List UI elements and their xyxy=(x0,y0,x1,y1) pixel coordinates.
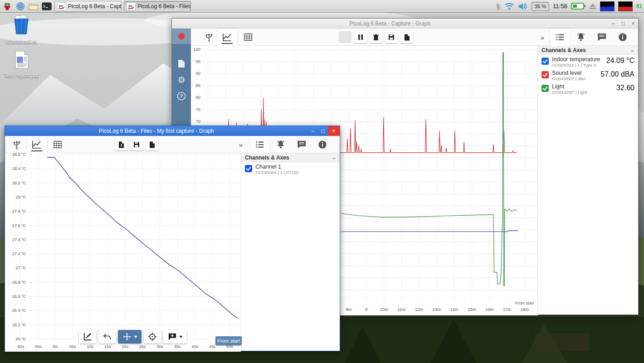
channels-axes-header[interactable]: Channels & Axes ⌄ xyxy=(538,46,638,55)
svg-text:26.6 °C: 26.6 °C xyxy=(12,294,26,299)
settings-button[interactable]: ⚙ xyxy=(172,73,191,87)
channel-checkbox[interactable] xyxy=(542,71,549,78)
capture-window-title: PicoLog 6 Beta - Capture - Graph xyxy=(172,20,608,27)
clock[interactable]: 11:58 xyxy=(553,3,567,10)
tab-graph[interactable] xyxy=(217,29,237,46)
tab-channels-panel[interactable] xyxy=(550,29,570,46)
svg-text:80: 80 xyxy=(195,95,200,100)
pan-icon xyxy=(122,332,132,341)
svg-text:30s: 30s xyxy=(156,344,163,349)
desktop-icon-test-report[interactable]: Test report.pdf xyxy=(1,51,42,79)
taskbar-app-capture[interactable]: PL PicoLog 6 Beta - Capt... xyxy=(54,1,122,12)
svg-text:27.8 °C: 27.8 °C xyxy=(12,209,26,213)
undo-button[interactable] xyxy=(98,330,116,344)
browser-icon[interactable] xyxy=(15,1,26,12)
terminal-icon[interactable] xyxy=(41,1,52,12)
svg-text:27.2 °C: 27.2 °C xyxy=(12,252,26,256)
svg-text:75: 75 xyxy=(195,107,200,112)
channel-checkbox[interactable] xyxy=(542,85,549,92)
svg-text:18m: 18m xyxy=(521,307,529,312)
svg-text:85: 85 xyxy=(195,83,200,88)
tab-devices[interactable] xyxy=(199,29,219,46)
export-button[interactable] xyxy=(400,31,413,43)
raspberry-menu-icon[interactable] xyxy=(2,1,13,12)
tab-channels-panel[interactable] xyxy=(250,136,270,153)
close-button[interactable]: × xyxy=(328,126,340,136)
help-button[interactable]: ? xyxy=(172,89,191,103)
system-tray: 36 % 11:58 61 xyxy=(495,1,642,11)
svg-text:20s: 20s xyxy=(122,344,128,349)
tab-graph[interactable] xyxy=(27,136,47,153)
channels-axes-header[interactable]: Channels & Axes ⌄ xyxy=(241,153,340,162)
tab-notes-panel[interactable] xyxy=(292,136,312,153)
svg-text:27.6 °C: 27.6 °C xyxy=(12,223,26,228)
line-chart-icon xyxy=(31,139,42,150)
devices-page-button[interactable] xyxy=(172,57,191,70)
files-graph-area[interactable]: -50s-55s0m05s10s15s20s25s30s35s40s45s50s… xyxy=(5,153,241,352)
more-tools-chevron[interactable]: » xyxy=(234,136,248,153)
svg-text:8m: 8m xyxy=(346,307,351,312)
export-button[interactable] xyxy=(146,139,158,150)
more-tools-chevron[interactable]: » xyxy=(536,29,549,46)
delete-capture-button[interactable] xyxy=(370,31,382,43)
table-icon xyxy=(53,140,63,150)
pan-mode-button[interactable] xyxy=(118,330,141,344)
file-manager-icon[interactable] xyxy=(28,1,39,12)
wifi-icon[interactable] xyxy=(504,2,514,10)
channel-value: 32.60 xyxy=(616,84,634,92)
channel-checkbox[interactable] xyxy=(542,58,549,65)
bluetooth-icon[interactable] xyxy=(495,2,501,10)
bell-icon xyxy=(276,140,286,150)
tab-table[interactable] xyxy=(48,136,68,153)
tab-alarms-panel[interactable] xyxy=(271,136,291,153)
channel-row-channel1[interactable]: Channel 1 TST00/004 | 1 | PT100 xyxy=(241,162,340,176)
channel-row-indoor-temperature[interactable]: Indoor temperature AO024/014 | 1 | Type … xyxy=(538,55,638,68)
export-file-icon xyxy=(404,34,410,41)
tab-info-panel[interactable] xyxy=(613,29,633,46)
taskbar-app-files[interactable]: PL PicoLog 6 Beta - Files... xyxy=(124,1,191,12)
svg-text:26.2 °C: 26.2 °C xyxy=(12,323,26,327)
volume-icon[interactable] xyxy=(518,2,528,10)
save-button[interactable] xyxy=(130,139,143,150)
usb-icon xyxy=(12,139,22,150)
files-titlebar[interactable]: PicoLog 6 Beta - Files - My first captur… xyxy=(5,126,340,136)
usb-icon xyxy=(204,32,214,43)
crosshair-button[interactable] xyxy=(144,330,161,344)
tab-notes-panel[interactable] xyxy=(592,29,612,46)
eject-icon[interactable] xyxy=(589,3,596,10)
record-button[interactable] xyxy=(172,29,191,44)
minimize-button[interactable]: – xyxy=(608,19,618,28)
channel-row-sound-level[interactable]: Sound level GO043/007 | dBA 57.00 dBA xyxy=(538,68,638,82)
tab-info-panel[interactable] xyxy=(312,136,332,153)
zoom-to-data-button[interactable] xyxy=(79,330,96,344)
svg-text:95: 95 xyxy=(195,59,200,64)
tab-alarms-panel[interactable] xyxy=(571,29,591,46)
annotation-button[interactable] xyxy=(163,330,187,344)
battery-icon[interactable] xyxy=(571,2,585,10)
channels-axes-title: Channels & Axes xyxy=(245,155,289,161)
maximize-button[interactable]: □ xyxy=(318,126,328,136)
from-start-button[interactable]: From start xyxy=(215,336,242,345)
maximize-button[interactable]: □ xyxy=(618,19,628,28)
channels-axes-title: Channels & Axes xyxy=(542,47,586,53)
comment-icon xyxy=(597,33,607,42)
desktop-icon-wastebasket[interactable]: Wastebasket xyxy=(1,15,42,45)
desktop-icon-label: Test report.pdf xyxy=(1,73,42,79)
open-file-button[interactable] xyxy=(115,139,127,150)
channel-checkbox[interactable] xyxy=(245,165,252,172)
channel-row-light[interactable]: Light GO043/007 | Light 32.60 xyxy=(538,82,638,96)
chevron-down-icon: ⌄ xyxy=(332,155,336,160)
capture-titlebar[interactable]: PicoLog 6 Beta - Capture - Graph – □ × xyxy=(172,19,638,29)
channel-device: TST00/004 | 1 | PT100 xyxy=(255,170,299,175)
capture-toolbar: » xyxy=(191,29,638,46)
svg-text:70: 70 xyxy=(195,119,200,124)
svg-text:28.2 °C: 28.2 °C xyxy=(12,181,26,185)
cpu-usage-applet[interactable]: 36 % xyxy=(532,2,549,11)
tab-table[interactable] xyxy=(238,29,258,46)
close-button[interactable]: × xyxy=(628,19,638,28)
save-button[interactable] xyxy=(385,31,398,43)
pause-button[interactable] xyxy=(354,31,367,43)
tab-devices[interactable] xyxy=(7,136,27,153)
minimize-button[interactable]: – xyxy=(308,126,318,136)
resume-button xyxy=(339,31,351,43)
